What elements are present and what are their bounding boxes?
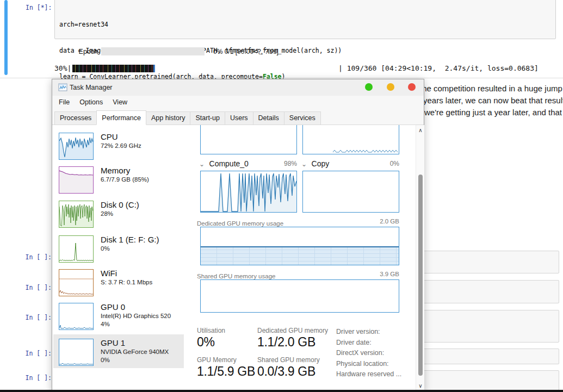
tab-startup[interactable]: Start-up bbox=[190, 111, 225, 125]
disk1-mini-chart bbox=[59, 235, 94, 263]
empty-code-cell[interactable] bbox=[420, 251, 559, 273]
gpu-engine-chart-partial-right bbox=[302, 125, 399, 154]
task-manager-window: Task Manager File Options View Processes… bbox=[52, 79, 424, 392]
gpu-engine-chart-partial-left bbox=[200, 125, 297, 154]
menu-file[interactable]: File bbox=[54, 97, 75, 108]
directx-version-label: DirectX version: bbox=[336, 348, 418, 359]
tab-processes[interactable]: Processes bbox=[54, 111, 97, 125]
sidebar-item-cpu[interactable]: CPU 72% 2.69 GHz bbox=[55, 132, 186, 163]
dedicated-memory-chart bbox=[200, 227, 399, 265]
sidebar-item-wifi[interactable]: WiFi S: 3.7 R: 0.1 Mbps bbox=[55, 268, 186, 300]
engine-utilization: 98% bbox=[284, 160, 297, 167]
driver-date-label: Driver date: bbox=[336, 338, 418, 349]
sidebar-item-detail: 72% 2.69 GHz bbox=[101, 142, 141, 150]
window-title: Task Manager bbox=[70, 84, 113, 91]
cell-prompt-busy: In [*]: bbox=[26, 4, 52, 11]
tab-details[interactable]: Details bbox=[253, 111, 284, 125]
shared-memory-label: Shared GPU memory usage bbox=[197, 273, 275, 279]
tab-app-history[interactable]: App history bbox=[146, 111, 191, 125]
tab-performance[interactable]: Performance bbox=[96, 110, 146, 125]
traffic-light-green-button[interactable] bbox=[365, 83, 373, 91]
compute0-header[interactable]: ⌄ Compute_0 98% bbox=[199, 159, 297, 169]
gpu1-mini-chart bbox=[59, 339, 94, 366]
compute0-chart bbox=[200, 171, 297, 213]
traffic-light-yellow-button[interactable] bbox=[387, 83, 394, 91]
cell-prompt-empty: In [ ]: bbox=[22, 350, 52, 357]
dedicated-memory-max: 2.0 GB bbox=[380, 218, 399, 225]
gpu-memory-label: GPU Memory bbox=[197, 356, 237, 364]
dedicated-gpu-memory-label: Dedicated GPU memory bbox=[257, 327, 328, 334]
shared-gpu-memory-label: Shared GPU memory bbox=[257, 356, 320, 364]
dedicated-gpu-memory-value: 1.1/2.0 GB bbox=[257, 335, 315, 350]
sidebar-item-title: Disk 0 (C:) bbox=[101, 200, 139, 210]
epoch-progress-bar bbox=[101, 47, 205, 55]
chevron-down-icon[interactable]: ⌄ bbox=[199, 160, 205, 168]
vertical-scrollbar[interactable]: ∧ ∨ bbox=[416, 125, 424, 392]
sidebar-item-detail: 28% bbox=[101, 210, 139, 218]
gpu-memory-value: 1.1/5.9 GB bbox=[197, 364, 255, 379]
chevron-down-icon[interactable]: ⌄ bbox=[301, 160, 307, 168]
epoch-progress-status: 0% 0/1 [00:00<?, ?it/s] bbox=[213, 48, 279, 55]
memory-mini-chart bbox=[59, 166, 94, 194]
tab-users[interactable]: Users bbox=[225, 111, 253, 125]
menu-view[interactable]: View bbox=[108, 97, 132, 108]
sidebar-item-title: GPU 0 bbox=[101, 302, 171, 312]
menu-bar: File Options View bbox=[52, 96, 424, 109]
traffic-light-red-button[interactable] bbox=[408, 83, 416, 91]
empty-code-cell[interactable] bbox=[420, 310, 559, 343]
dedicated-memory-fill bbox=[201, 246, 399, 265]
empty-code-cell[interactable] bbox=[420, 280, 559, 303]
scroll-down-icon[interactable]: ∨ bbox=[416, 382, 425, 390]
article-text-line: we're getting just a year later, and tha… bbox=[424, 108, 562, 117]
engine-name: Compute_0 bbox=[209, 159, 249, 168]
menu-options[interactable]: Options bbox=[75, 97, 108, 108]
copy-chart bbox=[302, 171, 399, 213]
task-manager-icon bbox=[58, 83, 67, 91]
engine-name: Copy bbox=[312, 159, 330, 168]
sidebar-item-detail: 0% bbox=[101, 245, 159, 253]
sidebar-item-detail: 4% bbox=[101, 320, 171, 328]
epoch-progress-label: Epoch bbox=[65, 48, 98, 55]
engine-utilization: 0% bbox=[390, 160, 399, 167]
sidebar-item-detail: S: 3.7 R: 0.1 Mbps bbox=[101, 278, 152, 287]
scrollbar-thumb[interactable] bbox=[418, 175, 423, 376]
shared-memory-max: 3.9 GB bbox=[380, 271, 399, 277]
empty-code-cell[interactable] bbox=[420, 349, 559, 364]
cell-prompt-empty: In [ ]: bbox=[22, 374, 52, 382]
cell-prompt-empty: In [ ]: bbox=[22, 284, 52, 291]
sidebar-item-gpu1[interactable]: GPU 1 NVIDIA GeForce 940MX 0% bbox=[55, 338, 186, 369]
shared-memory-chart bbox=[200, 279, 399, 313]
cell-prompt-empty: In [ ]: bbox=[22, 314, 52, 321]
sidebar-item-title: GPU 1 bbox=[101, 338, 169, 348]
utilisation-value: 0% bbox=[197, 335, 215, 350]
sidebar-item-title: Disk 1 (E: F: G:) bbox=[101, 234, 159, 245]
copy-header[interactable]: ⌄ Copy 0% bbox=[301, 159, 399, 169]
tqdm-percent: 30%| bbox=[54, 64, 71, 72]
active-cell-indicator bbox=[4, 0, 8, 75]
sidebar-item-detail: 0% bbox=[101, 356, 169, 364]
sidebar-item-detail: 6.7/7.9 GB (85%) bbox=[101, 176, 149, 184]
dedicated-memory-label: Dedicated GPU memory usage bbox=[197, 220, 283, 227]
tqdm-stats: | 109/360 [04:29<10:19, 2.47s/it, loss=0… bbox=[338, 64, 539, 72]
sidebar-item-disk1[interactable]: Disk 1 (E: F: G:) 0% bbox=[55, 234, 186, 266]
empty-code-cell[interactable] bbox=[420, 370, 559, 390]
physical-location-label: Physical location: bbox=[336, 359, 418, 370]
sidebar-item-detail: Intel(R) HD Graphics 520 bbox=[101, 312, 171, 320]
sidebar-item-disk0[interactable]: Disk 0 (C:) 28% bbox=[55, 200, 186, 231]
sidebar-item-memory[interactable]: Memory 6.7/7.9 GB (85%) bbox=[55, 165, 186, 197]
sidebar-item-gpu0[interactable]: GPU 0 Intel(R) HD Graphics 520 4% bbox=[55, 302, 186, 333]
code-cell-input[interactable]: arch=resnet34 data = ImageClassifierData… bbox=[54, 0, 556, 39]
driver-info-block: Driver version: Driver date: DirectX ver… bbox=[336, 327, 418, 380]
title-bar[interactable]: Task Manager bbox=[52, 79, 424, 96]
gpu0-mini-chart bbox=[59, 303, 94, 330]
sidebar-item-title: CPU bbox=[101, 132, 141, 142]
tab-services[interactable]: Services bbox=[284, 111, 321, 125]
cell-prompt-empty: In [ ]: bbox=[22, 253, 52, 261]
scroll-up-icon[interactable]: ∧ bbox=[416, 126, 425, 135]
sidebar-item-title: Memory bbox=[101, 165, 149, 176]
tab-bar: Processes Performance App history Start-… bbox=[52, 109, 424, 125]
hardware-reserved-label: Hardware reserved ... bbox=[336, 369, 418, 380]
tqdm-progress-bar bbox=[72, 65, 155, 72]
screen-bottom-edge bbox=[0, 390, 563, 392]
dedicated-memory-usage-line bbox=[201, 246, 399, 247]
